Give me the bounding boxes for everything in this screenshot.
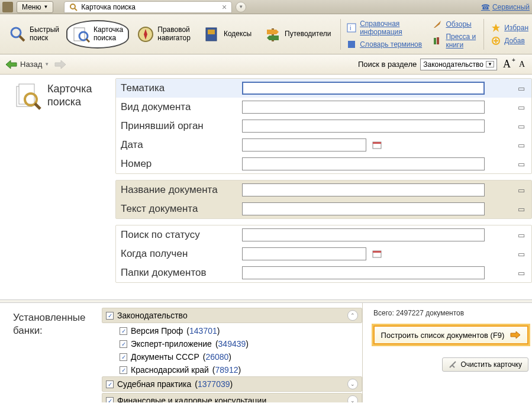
font-increase-button[interactable]: A+	[501, 58, 513, 70]
tab-search-card[interactable]: Карточка поиска ×	[64, 1, 232, 13]
field-menu-icon[interactable]: ▭	[516, 249, 527, 259]
broom-icon	[449, 360, 457, 369]
favorites-link[interactable]: Избран	[491, 23, 528, 33]
field-tematika: Тематика ▭	[116, 79, 531, 98]
calendar-icon[interactable]	[372, 141, 382, 149]
legal-navigator-button[interactable]: Правовой навигатор	[131, 22, 195, 46]
svg-line-6	[86, 39, 89, 42]
tree-node-finansy[interactable]: Финансовые и кадровые консультации ⌄	[102, 393, 362, 402]
press-link[interactable]: Пресса и книги	[433, 33, 481, 49]
svg-rect-22	[373, 142, 381, 144]
tree-node-versia-prof[interactable]: Версия Проф (143701)	[102, 324, 362, 337]
status-input[interactable]	[242, 228, 485, 241]
chevron-down-icon: ▼	[44, 62, 49, 67]
compass-icon	[136, 25, 155, 44]
magnifier-icon	[8, 25, 27, 44]
search-card-button[interactable]: Карточка поиска	[66, 20, 129, 49]
field-poluchen: Когда получен ▭	[116, 244, 531, 263]
checkbox[interactable]	[120, 353, 127, 361]
field-menu-icon[interactable]: ▭	[516, 267, 527, 278]
tree-node-sssr[interactable]: Документы СССР (26080)	[102, 350, 362, 363]
form-title: Карточка поиска	[47, 83, 92, 108]
svg-rect-13	[348, 41, 355, 48]
tree-node-krasnodar[interactable]: Краснодарский край (78912)	[102, 363, 362, 376]
section-select[interactable]: Законодательство ▼	[420, 59, 497, 70]
vid-dokumenta-input[interactable]	[242, 101, 485, 114]
field-menu-icon[interactable]: ▭	[516, 83, 527, 94]
expand-icon[interactable]: ⌄	[347, 379, 358, 389]
svg-rect-24	[373, 251, 381, 253]
toolbar-separator	[340, 19, 341, 50]
star-icon	[491, 23, 501, 33]
calendar-icon[interactable]	[372, 250, 382, 258]
papki-input[interactable]	[242, 266, 485, 279]
menu-button[interactable]: Меню ▼	[17, 1, 53, 13]
tekst-input[interactable]	[242, 202, 485, 215]
field-vid-dokumenta: Вид документа ▭	[116, 98, 531, 117]
card-search-icon	[72, 25, 91, 44]
field-menu-icon[interactable]: ▭	[516, 102, 527, 112]
poluchen-input[interactable]	[242, 247, 366, 260]
chevron-down-icon: ▼	[43, 4, 48, 9]
field-status: Поиск по статусу ▭	[116, 225, 531, 244]
search-in-label: Поиск в разделе	[358, 60, 417, 69]
term-dict-link[interactable]: Словарь терминов	[347, 40, 422, 49]
field-data: Дата ▭	[116, 136, 531, 154]
app-icon	[2, 2, 13, 12]
main-toolbar: Быстрый поиск Карточка поиска Правовой н…	[0, 14, 532, 54]
signpost-icon	[263, 25, 282, 44]
service-icon: ☎	[481, 3, 490, 11]
toolbar-links-col2: Обзоры Пресса и книги	[433, 20, 481, 49]
tree-node-expert[interactable]: Эксперт-приложение (349439)	[102, 337, 362, 350]
bottom-panel: Установленные банки: Законодательство ⌃ …	[0, 303, 532, 402]
data-input[interactable]	[242, 138, 366, 151]
checkbox[interactable]	[106, 381, 114, 388]
font-decrease-button[interactable]: A	[517, 60, 527, 69]
codexes-button[interactable]: Кодексы	[198, 22, 256, 46]
tematika-input[interactable]	[242, 82, 485, 95]
brush-icon	[433, 20, 442, 29]
search-card-icon	[14, 83, 41, 110]
quick-search-button[interactable]: Быстрый поиск	[4, 22, 64, 46]
svg-line-3	[20, 36, 24, 41]
svg-rect-11	[347, 24, 356, 32]
service-link[interactable]: ☎ Сервисный	[481, 3, 530, 11]
checkbox[interactable]	[120, 327, 127, 335]
tree-node-sudebnaya[interactable]: Судебная практика (1377039) ⌄	[102, 376, 362, 392]
field-menu-icon[interactable]: ▭	[516, 140, 527, 150]
reviews-link[interactable]: Обзоры	[433, 20, 481, 29]
banks-tree: Законодательство ⌃ Версия Проф (143701) …	[102, 303, 362, 402]
ref-info-link[interactable]: i Справочная информация	[347, 20, 422, 36]
menu-button-label: Меню	[22, 3, 41, 11]
svg-rect-15	[437, 37, 439, 44]
guides-button[interactable]: Путеводители	[259, 22, 336, 46]
new-tab-button[interactable]: ▼	[236, 2, 246, 12]
field-menu-icon[interactable]: ▭	[516, 185, 527, 195]
arrow-right-icon[interactable]	[54, 59, 67, 70]
checkbox[interactable]	[106, 312, 114, 320]
field-menu-icon[interactable]: ▭	[516, 230, 527, 240]
collapse-icon[interactable]: ⌃	[347, 310, 358, 321]
add-link[interactable]: Добав	[491, 36, 528, 46]
close-icon[interactable]: ×	[222, 4, 227, 10]
field-menu-icon[interactable]: ▭	[516, 159, 527, 169]
field-menu-icon[interactable]: ▭	[516, 121, 527, 131]
title-bar: Меню ▼ Карточка поиска × ▼ ☎ Сервисный	[0, 0, 532, 14]
organ-input[interactable]	[242, 120, 485, 133]
clear-card-button[interactable]: Очистить карточку	[442, 357, 528, 372]
checkbox[interactable]	[106, 397, 114, 403]
build-list-button[interactable]: Построить список документов (F9)	[373, 325, 528, 344]
expand-icon[interactable]: ⌄	[347, 395, 358, 402]
field-menu-icon[interactable]: ▭	[516, 204, 527, 214]
svg-point-0	[70, 4, 75, 9]
tree-node-zakonodatelstvo[interactable]: Законодательство ⌃	[102, 308, 362, 323]
nazvanie-input[interactable]	[242, 183, 485, 196]
plus-icon	[491, 36, 501, 46]
checkbox[interactable]	[120, 340, 127, 348]
checkbox[interactable]	[120, 366, 127, 374]
search-icon	[69, 3, 78, 11]
back-button[interactable]: Назад ▼	[5, 59, 50, 70]
nomer-input[interactable]	[242, 157, 485, 170]
books-icon	[433, 36, 442, 46]
field-tekst: Текст документа ▭	[116, 199, 531, 218]
